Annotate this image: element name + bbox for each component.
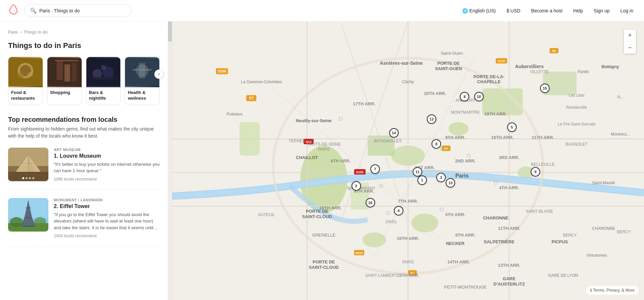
category-health-label: Health &wellness: [125, 87, 159, 105]
map-marker-9[interactable]: 9: [531, 167, 540, 177]
currency-button[interactable]: $ USD: [504, 7, 523, 15]
map-marker-11[interactable]: 11: [413, 167, 422, 177]
svg-point-39: [10, 217, 23, 227]
signup-button[interactable]: Sign up: [591, 7, 612, 15]
svg-rect-38: [22, 226, 35, 227]
header: 🔍 🌐 English (US) $ USD Become a host Hel…: [0, 0, 644, 21]
map-marker-6[interactable]: 6: [460, 92, 469, 101]
svg-point-40: [34, 217, 46, 226]
header-left: 🔍: [8, 4, 132, 17]
svg-text:Neuilly-sur-Seine: Neuilly-sur-Seine: [296, 118, 331, 123]
svg-text:SAINT-CLOUD: SAINT-CLOUD: [309, 265, 339, 270]
svg-text:D7: D7: [444, 147, 448, 150]
svg-text:Igne-Billancourt: Igne-Billancourt: [347, 186, 375, 190]
svg-text:19TH ARR.: 19TH ARR.: [484, 111, 507, 116]
paris-map-background: D106 D7 N13 N185 D910 D1 D7 D115 N2 17TH…: [172, 21, 644, 300]
recommendation-item-2[interactable]: MONUMENT / LANDMARK 2. Eiffel Tower "If …: [8, 198, 160, 247]
map-scrollbar[interactable]: [168, 21, 172, 300]
svg-text:13TH ARR.: 13TH ARR.: [498, 263, 520, 268]
svg-text:BELLEVILLE: BELLEVILLE: [531, 162, 555, 167]
svg-text:9TH ARR.: 9TH ARR.: [445, 135, 466, 140]
zoom-out-button[interactable]: −: [624, 42, 636, 54]
dot-1: [22, 177, 24, 179]
svg-text:PARIS: PARIS: [402, 260, 414, 264]
svg-text:PORTE DE: PORTE DE: [306, 209, 328, 214]
svg-text:Clichy: Clichy: [402, 79, 414, 84]
map-marker-13[interactable]: 13: [446, 178, 455, 188]
svg-text:NECKER: NECKER: [446, 241, 465, 246]
map-panel[interactable]: D106 D7 N13 N185 D910 D1 D7 D115 N2 17TH…: [168, 21, 644, 300]
svg-text:N2: N2: [552, 49, 556, 53]
map-marker-7[interactable]: 7: [370, 164, 380, 174]
svg-text:VILLETTE: VILLETTE: [530, 69, 549, 74]
svg-text:15TH ARR.: 15TH ARR.: [397, 273, 419, 278]
svg-rect-18: [139, 63, 146, 78]
svg-rect-28: [11, 167, 16, 172]
map-marker-10[interactable]: 10: [474, 92, 484, 101]
map-marker-8[interactable]: 8: [432, 139, 441, 149]
svg-text:La Garenne-Colombes: La Garenne-Colombes: [241, 80, 282, 84]
map-marker-3[interactable]: 3: [436, 173, 446, 182]
svg-text:GARE DE LYON: GARE DE LYON: [548, 273, 578, 278]
search-input[interactable]: [39, 8, 126, 13]
recommendations-title: Top recommendations from locals: [8, 116, 160, 123]
rec-image-eiffel: [8, 198, 48, 232]
svg-text:8TH ARR.: 8TH ARR.: [331, 158, 351, 163]
svg-text:PORTE DE: PORTE DE: [437, 61, 460, 66]
recommendation-item-1[interactable]: ART MUSEUM 1. Louvre Museum "It's better…: [8, 148, 160, 190]
help-button[interactable]: Help: [571, 7, 586, 15]
svg-text:CHARONNE: CHARONNE: [483, 216, 509, 221]
breadcrumb-parent[interactable]: Paris: [8, 30, 18, 35]
svg-rect-7: [65, 64, 70, 82]
map-marker-16[interactable]: 16: [366, 198, 375, 207]
svg-text:GRENELLE: GRENELLE: [312, 233, 336, 238]
dot-4: [32, 177, 34, 179]
svg-rect-27: [8, 172, 48, 181]
svg-text:D7: D7: [249, 96, 253, 100]
svg-text:BATIGNOLLES: BATIGNOLLES: [374, 139, 402, 143]
main-layout: Paris › Things to do Things to do in Par…: [0, 21, 644, 300]
svg-text:Paris: Paris: [455, 172, 469, 179]
svg-text:Vincennes: Vincennes: [587, 253, 607, 258]
airbnb-logo[interactable]: [8, 4, 19, 17]
login-button[interactable]: Log in: [618, 7, 636, 15]
zoom-in-button[interactable]: +: [624, 30, 636, 42]
category-card-shopping[interactable]: Shopping: [47, 57, 82, 105]
category-food-label: Food &restaurants: [8, 87, 43, 105]
map-marker-4[interactable]: 4: [394, 206, 403, 215]
svg-text:Les Lilas: Les Lilas: [569, 93, 585, 98]
language-button[interactable]: 🌐 English (US): [459, 7, 498, 15]
category-card-bars[interactable]: Bars &nightlife: [86, 57, 121, 105]
become-host-button[interactable]: Become a host: [528, 7, 565, 15]
map-marker-12[interactable]: 12: [427, 114, 436, 124]
map-marker-15[interactable]: 15: [540, 84, 550, 93]
svg-text:11TH ARR.: 11TH ARR.: [498, 226, 520, 231]
map-scrollbar-thumb[interactable]: [168, 21, 172, 42]
map-marker-2[interactable]: 2: [352, 181, 361, 191]
svg-text:BERCY: BERCY: [617, 230, 631, 234]
svg-text:3RD ARR.: 3RD ARR.: [499, 155, 519, 160]
svg-text:Saint-Ouen: Saint-Ouen: [441, 51, 463, 56]
svg-text:JAVEL: JAVEL: [385, 219, 397, 224]
svg-text:7TH ARR.: 7TH ARR.: [398, 199, 418, 204]
category-card-health[interactable]: Health &wellness: [125, 57, 160, 105]
rec-category-2: MONUMENT / LANDMARK: [54, 198, 160, 202]
svg-text:6TH ARR.: 6TH ARR.: [455, 233, 476, 238]
map-marker-14[interactable]: 14: [389, 128, 399, 138]
svg-point-4: [27, 72, 34, 77]
svg-text:18TH ARR.: 18TH ARR.: [424, 91, 446, 96]
category-card-food[interactable]: Food &restaurants: [8, 57, 43, 105]
svg-text:PORTE DE: PORTE DE: [313, 259, 335, 264]
rec-locals-2: 1004 locals recommend: [54, 234, 160, 238]
search-bar[interactable]: 🔍: [24, 4, 132, 17]
carousel-next-button[interactable]: ›: [154, 69, 164, 79]
map-marker-1[interactable]: 1: [417, 176, 427, 185]
svg-text:15TH ARR.: 15TH ARR.: [397, 236, 419, 241]
search-icon: 🔍: [30, 7, 37, 14]
map-terms[interactable]: ℹ Terms, Privacy, & More: [586, 286, 639, 295]
svg-rect-29: [40, 167, 45, 172]
breadcrumb: Paris › Things to do: [8, 30, 160, 35]
map-marker-5[interactable]: 5: [507, 122, 517, 132]
svg-rect-36: [26, 207, 31, 208]
rec-name-1: 1. Louvre Museum: [54, 153, 160, 159]
